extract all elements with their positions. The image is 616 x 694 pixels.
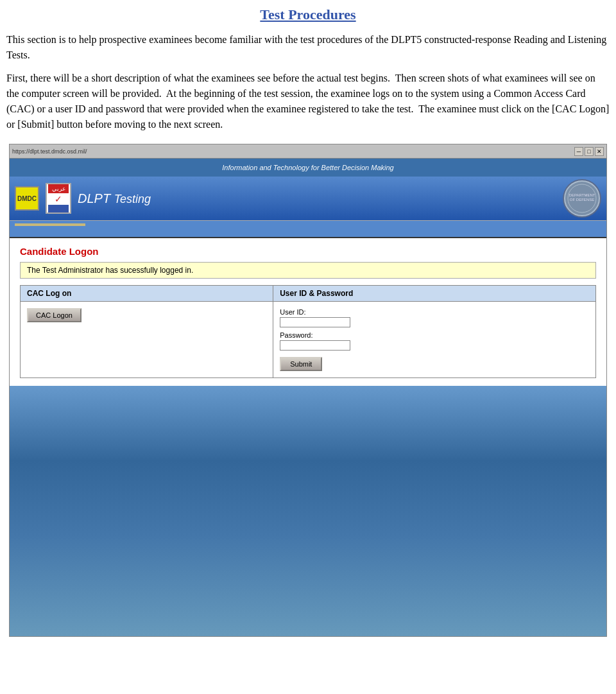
page-content: Test Procedures This section is to help …: [0, 0, 616, 637]
close-button[interactable]: ✕: [595, 147, 604, 156]
svg-text:OF DEFENSE: OF DEFENSE: [570, 198, 594, 202]
candidate-logon-title: Candidate Logon: [20, 246, 596, 257]
userid-label: User ID:: [280, 308, 589, 316]
nav-underline: [15, 223, 85, 226]
dmdc-logo: DMDC: [15, 186, 39, 211]
blue-bottom-area: [10, 386, 606, 636]
app-icon-stripe: [48, 205, 69, 213]
app-title: DLPT Testing: [78, 191, 151, 206]
password-label: Password:: [280, 331, 589, 339]
userid-password-cell: User ID: Password: Submit: [273, 302, 596, 378]
app-icon-bottom: ✓: [48, 193, 69, 205]
userid-input[interactable]: [280, 317, 350, 327]
maximize-button[interactable]: □: [585, 147, 594, 156]
userid-column-header: User ID & Password: [273, 286, 596, 302]
admin-logged-message: The Test Administrator has sucessfully l…: [20, 262, 596, 279]
minimize-button[interactable]: ─: [574, 147, 583, 156]
cac-column-header: CAC Log on: [21, 286, 273, 302]
screenshot-body: Candidate Logon The Test Administrator h…: [10, 238, 606, 386]
cac-logon-button[interactable]: CAC Logon: [27, 308, 81, 322]
app-header-right: DEPARTMENT OF DEFENSE: [563, 179, 601, 218]
browser-chrome: https://dlpt.test.dmdc.osd.mil/ ─ □ ✕: [10, 144, 606, 159]
svg-text:DEPARTMENT: DEPARTMENT: [569, 193, 595, 197]
browser-address: https://dlpt.test.dmdc.osd.mil/: [12, 148, 87, 155]
intro-paragraph-2: First, there will be a short description…: [6, 71, 610, 132]
logon-table: CAC Log on User ID & Password CAC Logon …: [20, 285, 596, 378]
password-input[interactable]: [280, 340, 350, 351]
app-screenshot: https://dlpt.test.dmdc.osd.mil/ ─ □ ✕ In…: [9, 144, 607, 637]
app-icon: عربي ✓: [46, 183, 71, 214]
nav-bar: [10, 220, 606, 238]
app-header: DMDC عربي ✓ DLPT Testing: [10, 177, 606, 220]
app-icon-top: عربي: [48, 184, 69, 193]
chrome-controls: https://dlpt.test.dmdc.osd.mil/: [12, 148, 92, 155]
dmdc-header-strip: Information and Technology for Better De…: [10, 159, 606, 177]
department-seal: DEPARTMENT OF DEFENSE: [563, 179, 601, 218]
submit-button[interactable]: Submit: [280, 357, 322, 371]
page-title: Test Procedures: [6, 6, 610, 23]
chrome-buttons: ─ □ ✕: [574, 147, 604, 156]
cac-logon-cell: CAC Logon: [21, 302, 273, 378]
intro-paragraph-1: This section is to help prospective exam…: [6, 32, 610, 63]
app-header-left: DMDC عربي ✓ DLPT Testing: [15, 183, 151, 214]
